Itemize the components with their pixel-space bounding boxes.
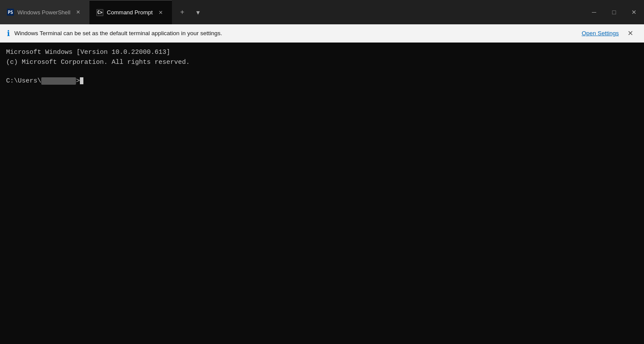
prompt-prefix: C:\Users\ [6, 77, 41, 85]
terminal-prompt: C:\Users\ > [6, 77, 638, 85]
tab-powershell-label: Windows PowerShell [17, 9, 70, 16]
notification-message: Windows Terminal can be set as the defau… [14, 30, 577, 36]
cmd-icon: C> [96, 9, 103, 16]
terminal-line-3 [6, 67, 638, 77]
notification-bar: ℹ Windows Terminal can be set as the def… [0, 24, 644, 43]
powershell-icon: PS [7, 9, 14, 16]
tab-cmd[interactable]: C> Command Prompt ✕ [89, 0, 172, 24]
prompt-suffix: > [76, 77, 80, 85]
notification-close-button[interactable]: ✕ [623, 26, 637, 40]
window-controls: ─ □ ✕ [584, 0, 644, 24]
titlebar: PS Windows PowerShell ✕ C> Command Promp… [0, 0, 644, 24]
close-button[interactable]: ✕ [624, 0, 644, 24]
add-tab-button[interactable]: + [175, 5, 189, 19]
tab-powershell[interactable]: PS Windows PowerShell ✕ [0, 0, 89, 24]
tab-powershell-close[interactable]: ✕ [74, 8, 83, 17]
terminal-line-2: (c) Microsoft Corporation. All rights re… [6, 58, 638, 68]
username-redacted [41, 77, 76, 85]
tab-cmd-label: Command Prompt [107, 9, 152, 16]
dropdown-button[interactable]: ▾ [191, 5, 205, 19]
info-icon: ℹ [7, 29, 10, 38]
cursor [80, 77, 83, 84]
open-settings-link[interactable]: Open Settings [581, 30, 619, 36]
terminal-line-1: Microsoft Windows [Version 10.0.22000.61… [6, 48, 638, 58]
minimize-button[interactable]: ─ [584, 0, 604, 24]
tabs-area: PS Windows PowerShell ✕ C> Command Promp… [0, 0, 584, 24]
maximize-button[interactable]: □ [604, 0, 624, 24]
tab-actions: + ▾ [172, 0, 208, 24]
terminal-area[interactable]: Microsoft Windows [Version 10.0.22000.61… [0, 43, 644, 344]
tab-cmd-close[interactable]: ✕ [156, 8, 165, 17]
